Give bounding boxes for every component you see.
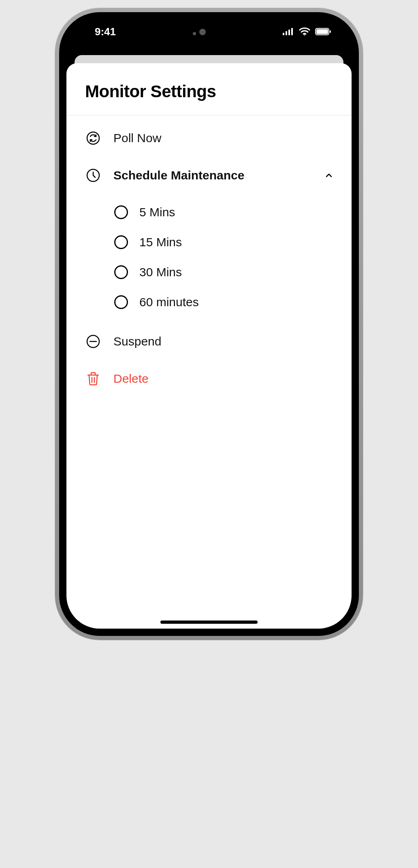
schedule-option-label: 30 Mins xyxy=(139,265,182,279)
page-title: Monitor Settings xyxy=(85,82,333,101)
schedule-option-label: 15 Mins xyxy=(139,235,182,249)
chevron-up-icon xyxy=(325,171,333,179)
schedule-option-label: 5 Mins xyxy=(139,205,175,219)
status-time: 9:41 xyxy=(95,26,116,38)
settings-list: Poll Now Schedule Maintenance xyxy=(66,115,352,401)
schedule-option-5min[interactable]: 5 Mins xyxy=(114,197,352,227)
schedule-option-30min[interactable]: 30 Mins xyxy=(114,257,352,287)
trash-icon xyxy=(85,371,101,387)
svg-point-4 xyxy=(304,34,305,36)
schedule-maintenance-row[interactable]: Schedule Maintenance xyxy=(66,157,352,194)
schedule-maintenance-label: Schedule Maintenance xyxy=(113,168,244,182)
suspend-row[interactable]: Suspend xyxy=(66,323,352,360)
schedule-option-15min[interactable]: 15 Mins xyxy=(114,227,352,257)
refresh-icon xyxy=(85,130,101,146)
poll-now-label: Poll Now xyxy=(113,131,161,145)
svg-rect-6 xyxy=(316,29,328,34)
suspend-label: Suspend xyxy=(113,335,161,348)
svg-rect-1 xyxy=(286,31,287,35)
radio-unchecked-icon xyxy=(114,205,128,219)
wifi-icon xyxy=(299,28,310,36)
svg-rect-0 xyxy=(283,33,284,35)
cellular-icon xyxy=(283,28,294,35)
settings-sheet: Monitor Settings xyxy=(66,63,352,629)
svg-point-8 xyxy=(87,132,99,144)
svg-rect-2 xyxy=(288,30,290,35)
svg-rect-7 xyxy=(330,30,331,33)
radio-unchecked-icon xyxy=(114,295,128,309)
svg-rect-3 xyxy=(291,28,293,35)
radio-unchecked-icon xyxy=(114,235,128,249)
radio-unchecked-icon xyxy=(114,265,128,279)
schedule-option-label: 60 minutes xyxy=(139,295,199,309)
suspend-icon xyxy=(85,333,101,350)
delete-row[interactable]: Delete xyxy=(66,360,352,397)
phone-frame: 9:41 M xyxy=(55,8,363,640)
schedule-option-60min[interactable]: 60 minutes xyxy=(114,287,352,317)
home-indicator[interactable] xyxy=(160,621,258,624)
screen: 9:41 M xyxy=(66,19,352,629)
poll-now-row[interactable]: Poll Now xyxy=(66,119,352,157)
clock-icon xyxy=(85,167,101,183)
phone-bezel: 9:41 M xyxy=(59,12,359,636)
battery-icon xyxy=(315,28,331,35)
schedule-options: 5 Mins 15 Mins 30 Mins 60 minutes xyxy=(66,194,352,323)
status-camera-dots xyxy=(193,26,206,38)
sheet-header: Monitor Settings xyxy=(66,63,352,115)
status-bar: 9:41 xyxy=(66,19,352,44)
delete-label: Delete xyxy=(113,372,149,386)
